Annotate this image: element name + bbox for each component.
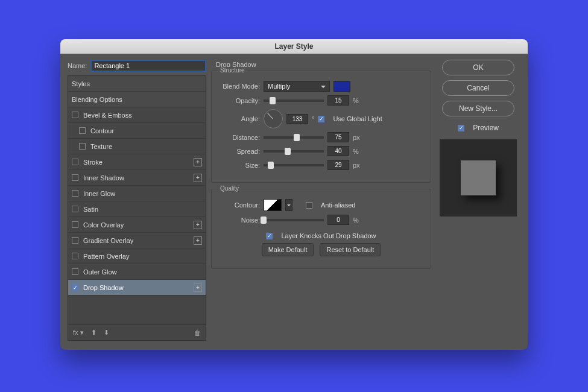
angle-unit: °: [312, 115, 314, 122]
style-checkbox[interactable]: [72, 159, 78, 165]
opacity-slider[interactable]: [264, 100, 324, 102]
distance-input[interactable]: [327, 132, 349, 142]
style-row-texture[interactable]: Texture: [68, 139, 206, 154]
reset-default-button[interactable]: Reset to Default: [320, 243, 381, 256]
style-label: Inner Glow: [83, 190, 115, 197]
blend-mode-select[interactable]: Multiply: [264, 81, 330, 92]
move-down-icon[interactable]: ⬇: [104, 329, 109, 337]
style-label: Satin: [83, 206, 98, 213]
size-label: Size:: [218, 162, 260, 169]
size-slider[interactable]: [264, 164, 324, 166]
style-checkbox[interactable]: [79, 127, 86, 134]
style-checkbox[interactable]: [72, 268, 78, 275]
style-row-outer-glow[interactable]: Outer Glow: [68, 264, 206, 280]
style-row-satin[interactable]: Satin: [68, 201, 206, 217]
style-label: Color Overlay: [83, 221, 124, 229]
angle-dial[interactable]: [264, 109, 283, 128]
name-input[interactable]: [90, 60, 206, 72]
style-label: Gradient Overlay: [83, 237, 133, 244]
style-row-drop-shadow[interactable]: Drop Shadow+: [68, 280, 206, 296]
styles-footer: fx ▾ ⬆ ⬇ 🗑: [68, 324, 206, 340]
move-up-icon[interactable]: ⬆: [91, 329, 96, 337]
quality-title: Quality: [218, 185, 241, 192]
noise-input[interactable]: [327, 215, 349, 225]
style-checkbox[interactable]: [72, 221, 78, 228]
opacity-unit: %: [353, 97, 359, 104]
fx-icon[interactable]: fx ▾: [73, 329, 84, 337]
knockout-checkbox[interactable]: [266, 233, 273, 239]
quality-fieldset: Quality Contour: Anti-aliased Noise: %: [211, 189, 431, 269]
style-checkbox[interactable]: [72, 190, 78, 197]
trash-icon[interactable]: 🗑: [194, 329, 201, 337]
style-row-pattern-overlay[interactable]: Pattern Overlay: [68, 248, 206, 264]
contour-dropdown-icon[interactable]: [285, 199, 292, 211]
distance-slider[interactable]: [264, 136, 324, 139]
style-label: Inner Shadow: [83, 174, 124, 182]
style-label: Contour: [90, 127, 114, 134]
antialiased-label: Anti-aliased: [321, 201, 355, 209]
style-label: Pattern Overlay: [83, 253, 129, 260]
angle-input[interactable]: [286, 114, 308, 124]
contour-swatch[interactable]: [264, 199, 282, 211]
add-effect-icon[interactable]: +: [194, 221, 202, 229]
style-row-contour[interactable]: Contour: [68, 123, 206, 139]
opacity-input[interactable]: [327, 95, 349, 106]
make-default-button[interactable]: Make Default: [262, 243, 314, 256]
preview-label: Preview: [473, 124, 499, 132]
spread-label: Spread:: [218, 148, 260, 155]
style-checkbox[interactable]: [72, 206, 78, 212]
style-label: Stroke: [83, 159, 103, 166]
cancel-button[interactable]: Cancel: [442, 80, 514, 96]
style-row-stroke[interactable]: Stroke+: [68, 154, 206, 170]
structure-fieldset: Structure Blend Mode: Multiply Opacity: …: [211, 71, 431, 183]
name-label: Name:: [68, 62, 87, 69]
preview-checkbox[interactable]: [458, 125, 464, 131]
contour-label: Contour:: [218, 201, 260, 209]
new-style-button[interactable]: New Style...: [442, 101, 514, 116]
spread-slider[interactable]: [264, 150, 324, 153]
style-checkbox[interactable]: [72, 174, 78, 181]
spread-input[interactable]: [327, 146, 349, 156]
style-row-bevel-emboss[interactable]: Bevel & Emboss: [68, 107, 206, 123]
style-label: Texture: [90, 143, 112, 150]
noise-slider[interactable]: [264, 219, 324, 221]
add-effect-icon[interactable]: +: [194, 174, 202, 182]
angle-label: Angle:: [218, 115, 260, 122]
preview-box: [440, 139, 517, 217]
styles-header[interactable]: Styles: [68, 76, 206, 92]
antialiased-checkbox[interactable]: [306, 202, 312, 209]
size-input[interactable]: [327, 160, 349, 170]
panel-title: Drop Shadow: [216, 61, 431, 68]
style-label: Drop Shadow: [83, 284, 124, 291]
style-checkbox[interactable]: [72, 112, 78, 118]
style-row-inner-glow[interactable]: Inner Glow: [68, 186, 206, 201]
style-checkbox[interactable]: [79, 143, 86, 150]
structure-title: Structure: [218, 67, 247, 74]
style-checkbox[interactable]: [72, 253, 78, 259]
spread-unit: %: [353, 148, 359, 155]
style-label: Bevel & Emboss: [83, 112, 132, 119]
global-light-label: Use Global Light: [333, 115, 382, 122]
distance-unit: px: [353, 134, 360, 141]
style-checkbox[interactable]: [72, 237, 78, 244]
shadow-color-swatch[interactable]: [334, 81, 350, 92]
distance-label: Distance:: [218, 134, 260, 141]
style-checkbox[interactable]: [72, 284, 78, 291]
knockout-label: Layer Knocks Out Drop Shadow: [281, 232, 376, 239]
layer-style-dialog: Layer Style Name: Styles Blending Option…: [60, 39, 528, 350]
size-unit: px: [353, 162, 360, 169]
opacity-label: Opacity:: [218, 97, 260, 104]
add-effect-icon[interactable]: +: [194, 158, 202, 166]
style-row-color-overlay[interactable]: Color Overlay+: [68, 217, 206, 233]
noise-label: Noise:: [218, 217, 260, 224]
blending-options-row[interactable]: Blending Options: [68, 92, 206, 107]
add-effect-icon[interactable]: +: [194, 236, 202, 245]
dialog-title: Layer Style: [60, 39, 528, 54]
blend-mode-label: Blend Mode:: [218, 83, 260, 90]
ok-button[interactable]: OK: [442, 60, 514, 75]
add-effect-icon[interactable]: +: [194, 283, 202, 292]
style-row-gradient-overlay[interactable]: Gradient Overlay+: [68, 233, 206, 248]
style-row-inner-shadow[interactable]: Inner Shadow+: [68, 170, 206, 186]
style-label: Outer Glow: [83, 268, 117, 276]
global-light-checkbox[interactable]: [318, 116, 324, 122]
